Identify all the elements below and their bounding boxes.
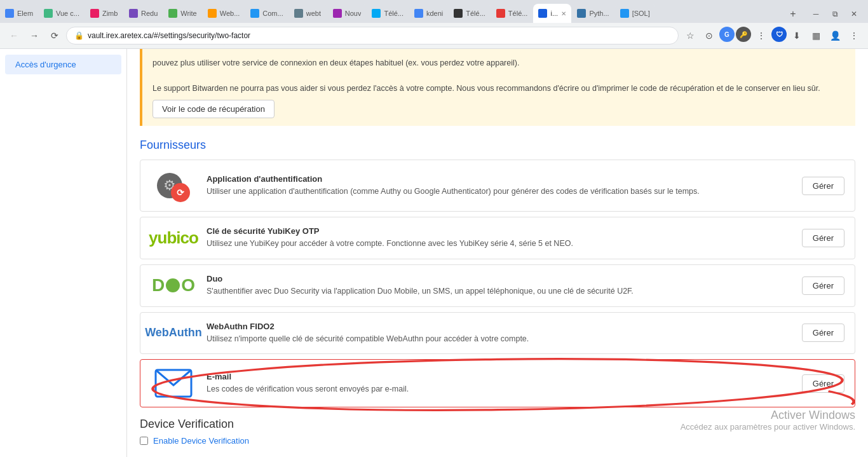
duo-logo-text: D O xyxy=(152,275,195,296)
tab-label-vue: Vue c... xyxy=(56,10,79,17)
tab-zimb[interactable]: Zimb xyxy=(85,4,123,23)
webauthn-name: WebAuthn FIDO2 xyxy=(207,322,792,331)
tab-label-telec3: Télé... xyxy=(508,10,528,17)
duo-info: Duo S'authentifier avec Duo Security via… xyxy=(207,274,792,297)
favicon-web1 xyxy=(208,9,217,18)
email-manage-button[interactable]: Gérer xyxy=(802,374,844,393)
url-text: vault.irex.aretex.ca/#/settings/security… xyxy=(88,31,250,40)
tab-label-web1: Web... xyxy=(220,10,240,17)
authenticator-name: Application d'authentification xyxy=(207,174,792,184)
favicon-redu xyxy=(129,9,138,18)
tab-web1[interactable]: Web... xyxy=(203,4,245,23)
email-envelope-icon xyxy=(154,369,193,398)
favicon-telec3 xyxy=(496,9,505,18)
authenticator-icon: ⚙ ⟳ xyxy=(157,169,190,202)
tab-label-redu: Redu xyxy=(141,10,158,17)
bitwarden-ext-icon[interactable]: 🛡 xyxy=(771,27,787,42)
key-ext-icon[interactable]: 🔑 xyxy=(736,27,751,42)
tab-label-python: Pyth... xyxy=(589,10,609,17)
tab-nouv[interactable]: Nouv xyxy=(328,4,367,23)
tab-webt[interactable]: webt xyxy=(289,4,327,23)
email-logo xyxy=(151,369,196,398)
tab-sol[interactable]: [SOL] xyxy=(615,4,655,23)
enable-device-verification-label[interactable]: Enable Device Verification xyxy=(153,436,249,446)
favicon-python xyxy=(577,9,586,18)
webauthn-text: WebAuthn xyxy=(145,326,202,339)
sidebar-item-acces-urgence[interactable]: Accès d'urgence xyxy=(5,55,121,74)
minimize-button[interactable]: ─ xyxy=(807,5,825,23)
new-tab-button[interactable]: + xyxy=(784,5,802,23)
close-button[interactable]: ✕ xyxy=(845,5,863,23)
restore-button[interactable]: ⧉ xyxy=(826,5,844,23)
tab-telec1[interactable]: Télé... xyxy=(367,4,409,23)
duo-manage-button[interactable]: Gérer xyxy=(802,276,844,295)
favicon-write xyxy=(168,9,177,18)
yubikey-manage-button[interactable]: Gérer xyxy=(802,229,844,247)
duo-desc: S'authentifier avec Duo Security via l'a… xyxy=(207,285,792,297)
extensions-button[interactable]: ⋮ xyxy=(752,27,770,44)
favicon-com xyxy=(250,9,259,18)
profile-button[interactable]: ⊙ xyxy=(700,27,718,44)
provider-card-duo: D O Duo S'authentifier avec Duo Security… xyxy=(140,264,855,307)
email-info: E-mail Les codes de vérification vous se… xyxy=(207,372,792,395)
webauthn-desc: Utilisez n'importe quelle clé de sécurit… xyxy=(207,333,792,345)
menu-button[interactable]: ⋮ xyxy=(845,27,863,44)
email-name: E-mail xyxy=(207,372,792,381)
tab-label-com: Com... xyxy=(262,10,283,17)
bookmark-button[interactable]: ☆ xyxy=(681,27,699,44)
yubikey-name: Clé de sécurité YubiKey OTP xyxy=(207,226,792,236)
duo-logo: D O xyxy=(151,275,196,296)
duo-o: O xyxy=(181,275,195,296)
favicon-sol xyxy=(620,9,629,18)
account-button[interactable]: 👤 xyxy=(826,27,844,44)
download-button[interactable]: ⬇ xyxy=(788,27,806,44)
authenticator-manage-button[interactable]: Gérer xyxy=(802,177,844,195)
tab-label-elem: Elem xyxy=(17,10,33,17)
tab-redu[interactable]: Redu xyxy=(124,4,163,23)
warning-text-1: pouvez plus utiliser votre service de co… xyxy=(153,58,519,67)
tab-label-telec2: Télé... xyxy=(466,10,485,17)
forward-button[interactable]: → xyxy=(25,27,43,44)
google-ext-icon[interactable]: G xyxy=(719,27,735,42)
tab-com[interactable]: Com... xyxy=(245,4,288,23)
back-button[interactable]: ← xyxy=(5,27,23,44)
provider-card-email: E-mail Les codes de vérification vous se… xyxy=(140,359,855,407)
tab-python[interactable]: Pyth... xyxy=(572,4,614,23)
tab-bitwarden[interactable]: i...✕ xyxy=(533,4,571,23)
tab-elem[interactable]: Elem xyxy=(0,4,38,23)
reload-button[interactable]: ⟳ xyxy=(46,27,64,44)
sidebar-toggle-button[interactable]: ▦ xyxy=(807,27,825,44)
main-content: pouvez plus utiliser votre service de co… xyxy=(127,49,868,457)
tab-label-bitwarden: i... xyxy=(550,10,558,17)
yubikey-info: Clé de sécurité YubiKey OTP Utilisez une… xyxy=(207,226,792,250)
device-verification-checkbox-row: Enable Device Verification xyxy=(140,436,855,446)
page-layout: Accès d'urgence pouvez plus utiliser vot… xyxy=(0,49,868,457)
webauthn-manage-button[interactable]: Gérer xyxy=(802,324,844,342)
tab-label-telec1: Télé... xyxy=(384,10,403,17)
tab-telec2[interactable]: Télé... xyxy=(449,4,491,23)
tab-telec3[interactable]: Télé... xyxy=(491,4,533,23)
duo-u xyxy=(166,278,180,292)
lock-icon: 🔒 xyxy=(74,31,84,40)
webauthn-logo: WebAuthn xyxy=(151,326,196,339)
authy-circle: ⟳ xyxy=(171,183,190,202)
email-desc: Les codes de vérification vous seront en… xyxy=(207,383,792,395)
tab-vue[interactable]: Vue c... xyxy=(39,4,85,23)
address-bar[interactable]: 🔒 vault.irex.aretex.ca/#/settings/securi… xyxy=(66,27,679,44)
toolbar-right: ☆ ⊙ G 🔑 ⋮ 🛡 ⬇ ▦ 👤 ⋮ xyxy=(681,27,863,44)
provider-card-webauthn: WebAuthn WebAuthn FIDO2 Utilisez n'impor… xyxy=(140,312,855,355)
device-verification-title: Device Verification xyxy=(140,418,855,431)
providers-section: Fournisseurs ⚙ ⟳ Application d'au xyxy=(127,139,868,407)
warning-text-2: Le support Bitwarden ne pourra pas vous … xyxy=(153,84,820,93)
authenticator-info: Application d'authentification Utiliser … xyxy=(207,174,792,198)
tab-close-bitwarden[interactable]: ✕ xyxy=(561,10,566,17)
recovery-code-button[interactable]: Voir le code de récupération xyxy=(153,100,275,118)
tab-kdeni[interactable]: kdeni xyxy=(409,4,448,23)
tab-write[interactable]: Write xyxy=(163,4,201,23)
enable-device-verification-checkbox[interactable] xyxy=(140,437,148,445)
provider-card-authenticator: ⚙ ⟳ Application d'authentification Utili… xyxy=(140,160,855,212)
authenticator-logo: ⚙ ⟳ xyxy=(151,169,196,202)
favicon-nouv xyxy=(333,9,342,18)
tab-label-write: Write xyxy=(180,10,196,17)
tab-label-kdeni: kdeni xyxy=(426,10,443,17)
